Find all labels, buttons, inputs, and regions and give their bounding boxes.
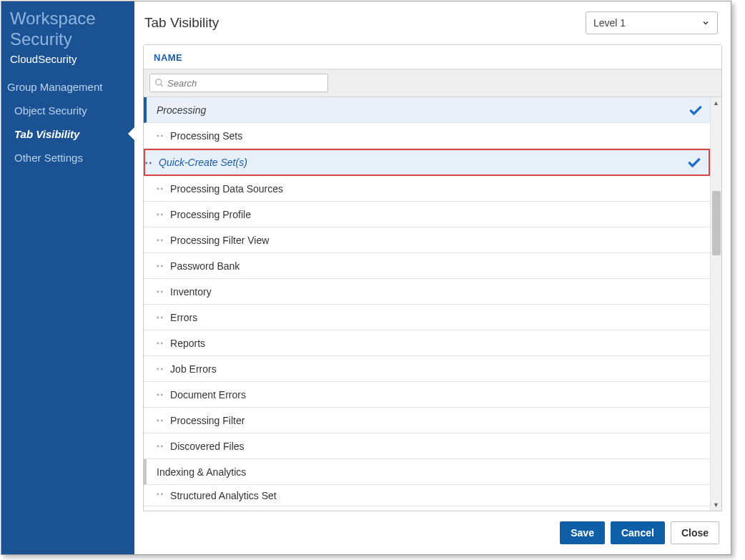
sidebar-item-object-security[interactable]: Object Security [1,99,134,122]
row-document-errors[interactable]: ▪▪ Document Errors [144,382,710,408]
check-icon[interactable] [687,155,701,170]
row-label: Indexing & Analytics [157,466,703,478]
level-selector[interactable]: Level 1 [586,11,718,34]
drag-handle-icon[interactable]: ▪▪ [157,185,164,192]
check-icon[interactable] [689,103,703,117]
row-label: Processing Sets [170,130,703,142]
row-label: Processing Filter View [170,235,703,246]
table-panel: NAME Processing ▪▪ Processing Sets [143,44,722,511]
drag-handle-icon[interactable]: ▪▪ [157,490,164,498]
row-structured-analytics-set[interactable]: ▪▪ Structured Analytics Set [144,485,710,506]
row-label: Errors [170,312,703,323]
svg-point-0 [156,79,162,85]
scroll-up-arrow-icon[interactable]: ▲ [711,97,722,109]
sidebar-item-other-settings[interactable]: Other Settings [1,146,134,170]
footer: Save Cancel Close [134,511,731,554]
row-label: Job Errors [170,363,703,375]
cancel-button[interactable]: Cancel [611,521,665,544]
row-label: Processing Filter [170,415,703,426]
row-label: Processing [157,104,689,116]
row-processing[interactable]: Processing [144,97,710,123]
row-label: Quick-Create Set(s) [159,157,687,168]
search-bar [144,69,721,97]
sidebar-item-tab-visibility[interactable]: Tab Visibility [1,122,134,146]
sidebar-title: Workspace Security [1,4,134,50]
row-errors[interactable]: ▪▪ Errors [144,305,710,330]
search-input-wrap[interactable] [149,74,328,92]
drag-handle-icon[interactable]: ▪▪ [157,132,164,139]
row-processing-data-sources[interactable]: ▪▪ Processing Data Sources [144,176,710,202]
row-password-bank[interactable]: ▪▪ Password Bank [144,253,710,279]
row-indexing-analytics[interactable]: Indexing & Analytics [144,459,710,485]
sidebar-item-group-management[interactable]: Group Management [1,75,134,99]
save-button[interactable]: Save [560,521,605,544]
scroll-thumb[interactable] [712,191,721,255]
level-selector-value: Level 1 [593,17,626,29]
chevron-down-icon [701,19,710,27]
main-header: Tab Visibility Level 1 [134,1,731,44]
list-content: Processing ▪▪ Processing Sets ▪▪ Quick-C… [144,97,710,511]
row-label: Document Errors [170,389,703,401]
row-processing-filter[interactable]: ▪▪ Processing Filter [144,408,710,433]
drag-handle-icon[interactable]: ▪▪ [157,288,164,295]
row-label: Password Bank [170,260,703,272]
drag-handle-icon[interactable]: ▪▪ [157,236,164,244]
list-viewport: Processing ▪▪ Processing Sets ▪▪ Quick-C… [144,97,721,511]
row-inventory[interactable]: ▪▪ Inventory [144,279,710,305]
drag-handle-icon[interactable]: ▪▪ [157,313,164,321]
sidebar-subtitle: CloudSecurity [1,50,134,75]
scroll-down-arrow-icon[interactable]: ▼ [711,499,722,511]
row-label: Processing Profile [170,209,703,220]
scroll-track[interactable] [711,109,721,499]
search-input[interactable] [167,78,323,89]
row-label: Reports [170,338,703,349]
sidebar: Workspace Security CloudSecurity Group M… [1,1,134,554]
svg-line-1 [161,84,163,87]
page-title: Tab Visibility [144,15,219,31]
row-label: Processing Data Sources [170,183,703,195]
row-reports[interactable]: ▪▪ Reports [144,330,710,356]
row-label: Discovered Files [170,441,703,452]
drag-handle-icon[interactable]: ▪▪ [157,390,164,398]
row-label: Inventory [170,286,703,298]
close-button[interactable]: Close [671,521,719,544]
row-label: Structured Analytics Set [170,490,703,501]
drag-handle-icon[interactable]: ▪▪ [145,159,153,167]
drag-handle-icon[interactable]: ▪▪ [157,365,164,373]
drag-handle-icon[interactable]: ▪▪ [157,210,164,218]
search-icon [154,78,164,88]
vertical-scrollbar[interactable]: ▲ ▼ [710,97,721,511]
drag-handle-icon[interactable]: ▪▪ [157,262,164,270]
row-quick-create-set[interactable]: ▪▪ Quick-Create Set(s) [144,149,710,176]
drag-handle-icon[interactable]: ▪▪ [157,416,164,424]
app-frame: Workspace Security CloudSecurity Group M… [1,1,731,555]
column-header-name[interactable]: NAME [144,45,721,69]
main-panel: Tab Visibility Level 1 NAME Processing [134,1,731,554]
row-processing-filter-view[interactable]: ▪▪ Processing Filter View [144,227,710,253]
drag-handle-icon[interactable]: ▪▪ [157,339,164,347]
row-discovered-files[interactable]: ▪▪ Discovered Files [144,433,710,459]
row-processing-profile[interactable]: ▪▪ Processing Profile [144,202,710,227]
row-processing-sets[interactable]: ▪▪ Processing Sets [144,123,710,149]
row-job-errors[interactable]: ▪▪ Job Errors [144,356,710,382]
drag-handle-icon[interactable]: ▪▪ [157,442,164,450]
